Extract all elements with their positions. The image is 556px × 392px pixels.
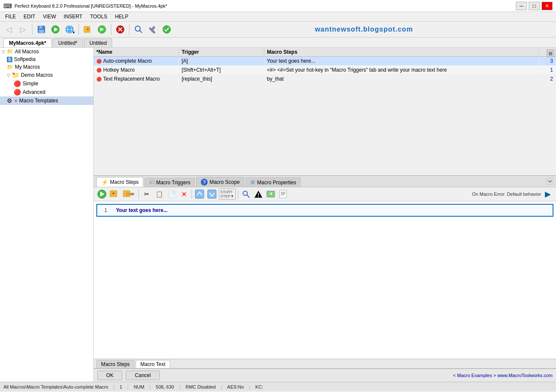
save-icon <box>37 25 46 34</box>
save-button[interactable] <box>35 23 48 36</box>
svg-rect-2 <box>39 30 44 33</box>
softpedia-icon: S <box>7 57 12 62</box>
tab-macro-triggers[interactable]: 🏷 Macro Triggers <box>145 178 195 187</box>
sidebar-item-softpedia[interactable]: S Softpedia <box>0 55 93 63</box>
panel-play-button[interactable] <box>96 189 107 200</box>
simple-icon: 🔴 <box>14 80 21 87</box>
status-coords: 508, 630 <box>156 384 174 389</box>
demo-expand-icon: ▽ <box>7 73 10 78</box>
tab-macro-properties[interactable]: ⚙ Macro Properties <box>246 177 301 187</box>
settings-button[interactable] <box>146 23 159 36</box>
simple-label: Simple <box>23 81 38 87</box>
close-button[interactable]: ✕ <box>542 2 553 10</box>
svg-rect-1 <box>39 26 42 29</box>
tab-mymacros[interactable]: MyMacros.4pk* <box>3 38 52 47</box>
check-button[interactable] <box>160 23 173 36</box>
macro-properties-tab-icon: ⚙ <box>250 179 255 186</box>
delete-step-button[interactable]: ✕ <box>178 189 189 200</box>
minimize-button[interactable]: ─ <box>516 2 527 10</box>
menu-help[interactable]: HELP <box>112 13 132 20</box>
macro-examples-link[interactable]: < Macro Examples > www.MacroToolworks.co… <box>453 373 553 378</box>
add-step-button[interactable]: + <box>109 189 120 200</box>
wrench-icon <box>148 25 157 34</box>
menu-bar: FILE EDIT VIEW INSERT TOOLS HELP <box>0 12 556 22</box>
forward-button[interactable]: ▷ <box>17 23 29 36</box>
svg-text:+: + <box>86 26 89 32</box>
start-step-button[interactable]: STARTSTEP▼ <box>219 189 236 200</box>
add-macro-button[interactable]: + <box>81 23 94 36</box>
sub-tab-macro-steps[interactable]: Macro Steps <box>96 360 134 368</box>
sub-tab-macro-text[interactable]: Macro Text <box>136 360 170 368</box>
sidebar-item-simple[interactable]: 🔴 Simple <box>0 79 93 88</box>
panel-arrow-button[interactable]: ▶ <box>542 189 553 200</box>
export-button[interactable] <box>265 189 276 200</box>
move-down-icon <box>207 189 217 199</box>
tab-untitled1[interactable]: Untitled* <box>52 38 83 47</box>
menu-edit[interactable]: EDIT <box>20 13 38 20</box>
menu-tools[interactable]: TOOLS <box>87 13 110 20</box>
menu-insert[interactable]: INSERT <box>60 13 86 20</box>
tab-macro-steps[interactable]: ⚡ Macro Steps <box>96 177 143 187</box>
move-down-button[interactable] <box>206 189 217 200</box>
search-button[interactable] <box>132 23 145 36</box>
globe-button[interactable]: ▼ <box>63 23 76 36</box>
panel-play-icon <box>97 189 107 199</box>
stop-button[interactable] <box>114 23 127 36</box>
svg-rect-18 <box>547 178 553 185</box>
row-steps-2: by_that <box>264 75 539 83</box>
warning-button[interactable]: ! <box>253 189 264 200</box>
menu-view[interactable]: VIEW <box>40 13 60 20</box>
step-row-0[interactable]: 1 Your text goes here... <box>96 204 553 217</box>
sidebar-item-all-macros[interactable]: ▽ 📁 All Macros <box>0 48 93 55</box>
svg-rect-33 <box>280 190 287 198</box>
table-expand-button[interactable]: ⊟ <box>547 49 554 57</box>
table-row[interactable]: 🔴 Hotkey Macro [Shift+Ctrl+Alt+T] <#> <#… <box>94 66 556 75</box>
table-row[interactable]: 🔴 Auto-complete Macro [A] Your text goes… <box>94 57 556 66</box>
globe-dropdown-arrow: ▼ <box>72 31 75 35</box>
sidebar: ▽ 📁 All Macros S Softpedia 📁 My Macros ▽… <box>0 48 94 382</box>
step-type-button[interactable]: CMD <box>121 189 136 200</box>
table-row[interactable]: 🔴 Text Replacement Macro [replace_this] … <box>94 75 556 84</box>
step-text-0: Your text goes here... <box>116 207 168 213</box>
note-button[interactable] <box>278 189 289 200</box>
advanced-label: Advanced <box>23 89 45 95</box>
svg-point-17 <box>163 26 171 33</box>
cut-button[interactable]: ✂ <box>141 189 152 200</box>
row-steps-0: Your text goes here... <box>264 57 539 65</box>
macro-templates-label: Macro Templates <box>19 98 58 104</box>
sidebar-item-demo-macros[interactable]: ▽ 📁 ✕ Demo Macros <box>0 71 93 79</box>
ok-button[interactable]: OK <box>97 371 122 380</box>
panel-tabs: ⚡ Macro Steps 🏷 Macro Triggers ? Macro S… <box>94 176 556 187</box>
green-arrow-button[interactable] <box>96 23 108 36</box>
toolbar-sep-3 <box>111 24 111 35</box>
svg-text:CMD: CMD <box>126 192 135 196</box>
move-up-button[interactable] <box>194 189 205 200</box>
sidebar-item-macro-templates[interactable]: ⚙ ✕ Macro Templates <box>0 96 93 105</box>
tab-untitled2[interactable]: Untitled <box>84 38 113 47</box>
sidebar-item-advanced[interactable]: 🔴 Advanced <box>0 88 93 96</box>
paste-button[interactable]: 📄 <box>166 189 177 200</box>
sidebar-item-my-macros[interactable]: 📁 My Macros <box>0 63 93 71</box>
move-up-icon <box>195 189 204 199</box>
error-label: On Macro Error: Default behavior <box>472 192 541 197</box>
svg-line-16 <box>139 30 142 33</box>
step-content-0: Your text goes here... <box>114 206 553 214</box>
cancel-button[interactable]: Cancel <box>126 371 159 380</box>
collapse-icon: ▽ <box>2 49 5 54</box>
title-bar-left: ⌨ Perfect Keyboard 8.2.0 Professional [U… <box>3 3 167 9</box>
maximize-button[interactable]: □ <box>529 2 540 10</box>
app-icon: ⌨ <box>3 3 12 9</box>
row-name-1: 🔴 Hotkey Macro <box>94 66 179 74</box>
status-mode: NUM <box>133 384 144 389</box>
back-button[interactable]: ◁ <box>3 23 15 36</box>
play-button[interactable] <box>49 23 62 36</box>
title-bar-controls[interactable]: ─ □ ✕ <box>516 2 553 10</box>
advanced-icon: 🔴 <box>14 89 21 96</box>
menu-file[interactable]: FILE <box>2 13 19 20</box>
copy-button[interactable]: 📋 <box>153 189 165 200</box>
panel-search-button[interactable] <box>240 189 252 200</box>
tab-macro-scope[interactable]: ? Macro Scope <box>196 177 244 187</box>
panel-expand-button[interactable] <box>547 178 553 187</box>
row-icon-0: 🔴 <box>96 59 101 64</box>
col-trigger: Trigger <box>179 48 264 56</box>
